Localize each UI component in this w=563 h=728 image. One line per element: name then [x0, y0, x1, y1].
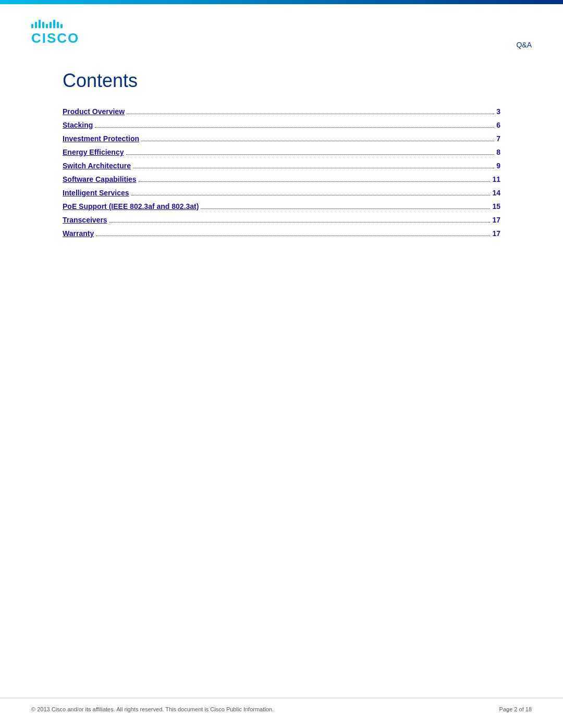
page-title: Contents [63, 70, 500, 92]
logo-bar-7 [53, 20, 55, 28]
toc-dots-1 [95, 127, 494, 128]
toc-link-5[interactable]: Software Capabilities [63, 175, 137, 183]
toc-page-0: 3 [496, 107, 500, 116]
toc-row: Stacking6 [63, 121, 500, 129]
toc-dots-6 [131, 195, 491, 195]
toc-page-5: 11 [492, 175, 500, 183]
toc-link-6[interactable]: Intelligent Services [63, 189, 129, 197]
toc-link-1[interactable]: Stacking [63, 121, 93, 129]
toc-link-0[interactable]: Product Overview [63, 107, 125, 116]
logo-bar-6 [50, 22, 52, 28]
table-of-contents: Product Overview3Stacking6Investment Pro… [63, 107, 500, 238]
toc-page-1: 6 [496, 121, 500, 129]
toc-dots-0 [127, 114, 494, 114]
toc-page-7: 15 [492, 202, 500, 211]
logo-bar-9 [60, 24, 63, 28]
toc-dots-4 [133, 168, 494, 168]
toc-link-8[interactable]: Transceivers [63, 216, 107, 224]
cisco-logo-text: CISCO [31, 30, 79, 46]
toc-row: PoE Support (IEEE 802.3af and 802.3at)15 [63, 202, 500, 211]
document-type-label: Q&A [516, 41, 532, 49]
toc-dots-2 [141, 141, 494, 141]
toc-page-4: 9 [496, 162, 500, 170]
toc-dots-9 [96, 236, 490, 236]
logo-bar-5 [46, 24, 48, 28]
toc-row: Switch Architecture9 [63, 162, 500, 170]
logo-bar-3 [39, 20, 41, 28]
footer-page-number: Page 2 of 18 [499, 706, 532, 712]
cisco-logo: CISCO [31, 20, 79, 46]
toc-link-4[interactable]: Switch Architecture [63, 162, 131, 170]
toc-row: Energy Efficiency8 [63, 148, 500, 156]
toc-row: Warranty17 [63, 229, 500, 238]
toc-link-2[interactable]: Investment Protection [63, 134, 139, 143]
toc-row: Software Capabilities11 [63, 175, 500, 183]
toc-page-6: 14 [492, 189, 500, 197]
content-area: Contents Product Overview3Stacking6Inves… [0, 59, 563, 274]
toc-page-8: 17 [492, 216, 500, 224]
toc-link-7[interactable]: PoE Support (IEEE 802.3af and 802.3at) [63, 202, 199, 211]
cisco-logo-icon [31, 20, 63, 28]
toc-page-2: 7 [496, 134, 500, 143]
toc-row: Product Overview3 [63, 107, 500, 116]
toc-row: Intelligent Services14 [63, 189, 500, 197]
toc-page-9: 17 [492, 229, 500, 238]
toc-dots-7 [201, 208, 490, 209]
toc-page-3: 8 [496, 148, 500, 156]
toc-row: Investment Protection7 [63, 134, 500, 143]
top-bar [0, 0, 563, 4]
footer: © 2013 Cisco and/or its affiliates. All … [0, 698, 563, 712]
logo-bar-1 [31, 24, 33, 28]
toc-row: Transceivers17 [63, 216, 500, 224]
header: CISCO Q&A [0, 4, 563, 59]
toc-link-3[interactable]: Energy Efficiency [63, 148, 124, 156]
logo-bar-8 [57, 22, 59, 28]
toc-link-9[interactable]: Warranty [63, 229, 94, 238]
logo-bar-2 [35, 22, 37, 28]
footer-copyright: © 2013 Cisco and/or its affiliates. All … [31, 706, 274, 712]
toc-dots-8 [109, 222, 491, 223]
toc-dots-5 [139, 181, 491, 182]
toc-dots-3 [126, 154, 495, 155]
logo-bar-4 [42, 22, 44, 28]
